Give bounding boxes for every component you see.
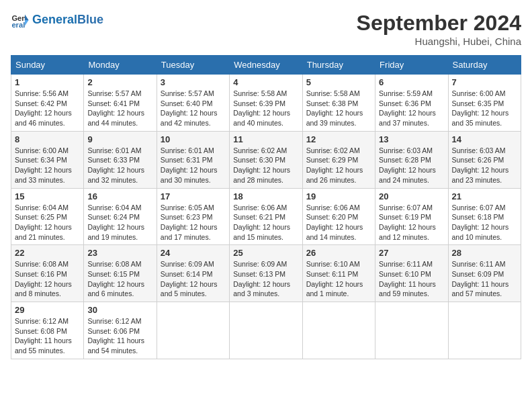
calendar-cell: 12Sunrise: 6:02 AMSunset: 6:29 PMDayligh… [302,131,375,188]
day-info: Sunrise: 6:00 AMSunset: 6:34 PMDaylight:… [15,146,80,185]
day-number: 10 [161,134,226,144]
day-number: 6 [379,77,444,87]
weekday-header-friday: Friday [375,56,448,75]
day-info: Sunrise: 5:58 AMSunset: 6:38 PMDaylight:… [306,89,371,128]
calendar-cell: 10Sunrise: 6:01 AMSunset: 6:31 PMDayligh… [157,131,229,188]
day-number: 15 [15,191,80,201]
svg-marker-2 [25,15,29,20]
day-number: 28 [452,248,517,258]
calendar-week-row: 29Sunrise: 6:12 AMSunset: 6:08 PMDayligh… [11,302,521,359]
day-number: 21 [452,191,517,201]
logo-icon: Gen eral [11,11,30,30]
calendar-cell: 21Sunrise: 6:07 AMSunset: 6:18 PMDayligh… [448,188,521,245]
day-number: 5 [306,77,371,87]
day-info: Sunrise: 6:02 AMSunset: 6:30 PMDaylight:… [233,146,298,185]
calendar-cell [230,302,302,359]
calendar-table: SundayMondayTuesdayWednesdayThursdayFrid… [11,55,521,359]
day-number: 24 [161,248,226,258]
day-number: 14 [452,134,517,144]
day-number: 19 [306,191,371,201]
day-info: Sunrise: 6:11 AMSunset: 6:10 PMDaylight:… [379,259,444,299]
svg-text:eral: eral [11,21,25,29]
calendar-cell: 26Sunrise: 6:10 AMSunset: 6:11 PMDayligh… [302,245,375,302]
calendar-cell: 7Sunrise: 6:00 AMSunset: 6:35 PMDaylight… [448,75,521,132]
day-number: 8 [15,134,80,144]
calendar-cell: 17Sunrise: 6:05 AMSunset: 6:23 PMDayligh… [157,188,229,245]
day-number: 16 [87,191,152,201]
day-number: 30 [87,305,152,315]
day-number: 1 [15,77,80,87]
day-number: 26 [306,248,371,258]
calendar-cell: 1Sunrise: 5:56 AMSunset: 6:42 PMDaylight… [11,75,84,132]
logo-text: GeneralBlue [32,13,103,27]
day-info: Sunrise: 6:11 AMSunset: 6:09 PMDaylight:… [452,259,517,299]
title-block: September 2024 Huangshi, Hubei, China [357,11,521,47]
calendar-cell: 28Sunrise: 6:11 AMSunset: 6:09 PMDayligh… [448,245,521,302]
calendar-cell: 27Sunrise: 6:11 AMSunset: 6:10 PMDayligh… [375,245,448,302]
day-info: Sunrise: 6:10 AMSunset: 6:11 PMDaylight:… [306,259,371,299]
day-info: Sunrise: 6:08 AMSunset: 6:15 PMDaylight:… [87,259,152,299]
calendar-cell: 3Sunrise: 5:57 AMSunset: 6:40 PMDaylight… [157,75,229,132]
weekday-header-monday: Monday [84,56,157,75]
weekday-header-wednesday: Wednesday [230,56,302,75]
day-number: 18 [233,191,298,201]
day-info: Sunrise: 6:01 AMSunset: 6:33 PMDaylight:… [87,146,152,185]
calendar-cell: 29Sunrise: 6:12 AMSunset: 6:08 PMDayligh… [11,302,84,359]
calendar-cell: 13Sunrise: 6:03 AMSunset: 6:28 PMDayligh… [375,131,448,188]
calendar-cell: 24Sunrise: 6:09 AMSunset: 6:14 PMDayligh… [157,245,229,302]
day-info: Sunrise: 6:02 AMSunset: 6:29 PMDaylight:… [306,146,371,185]
day-info: Sunrise: 6:07 AMSunset: 6:18 PMDaylight:… [452,203,517,242]
day-info: Sunrise: 6:08 AMSunset: 6:16 PMDaylight:… [15,259,80,299]
day-info: Sunrise: 6:03 AMSunset: 6:26 PMDaylight:… [452,146,517,185]
day-number: 17 [161,191,226,201]
day-number: 22 [15,248,80,258]
day-info: Sunrise: 6:05 AMSunset: 6:23 PMDaylight:… [161,203,226,242]
calendar-cell: 25Sunrise: 6:09 AMSunset: 6:13 PMDayligh… [230,245,302,302]
weekday-header-saturday: Saturday [448,56,521,75]
calendar-week-row: 1Sunrise: 5:56 AMSunset: 6:42 PMDaylight… [11,75,521,132]
calendar-cell: 23Sunrise: 6:08 AMSunset: 6:15 PMDayligh… [84,245,157,302]
weekday-header-sunday: Sunday [11,56,84,75]
day-info: Sunrise: 5:56 AMSunset: 6:42 PMDaylight:… [15,89,80,128]
weekday-header-thursday: Thursday [302,56,375,75]
svg-marker-3 [25,20,29,26]
day-number: 4 [233,77,298,87]
logo-blue: Blue [77,13,103,26]
calendar-cell: 16Sunrise: 6:04 AMSunset: 6:24 PMDayligh… [84,188,157,245]
day-info: Sunrise: 6:04 AMSunset: 6:24 PMDaylight:… [87,203,152,242]
day-info: Sunrise: 5:57 AMSunset: 6:40 PMDaylight:… [161,89,226,128]
calendar-cell: 2Sunrise: 5:57 AMSunset: 6:41 PMDaylight… [84,75,157,132]
calendar-cell: 20Sunrise: 6:07 AMSunset: 6:19 PMDayligh… [375,188,448,245]
day-info: Sunrise: 5:58 AMSunset: 6:39 PMDaylight:… [233,89,298,128]
calendar-cell: 8Sunrise: 6:00 AMSunset: 6:34 PMDaylight… [11,131,84,188]
day-info: Sunrise: 6:06 AMSunset: 6:21 PMDaylight:… [233,203,298,242]
calendar-week-row: 22Sunrise: 6:08 AMSunset: 6:16 PMDayligh… [11,245,521,302]
month-year: September 2024 [357,11,521,36]
day-number: 2 [87,77,152,87]
day-number: 29 [15,305,80,315]
day-info: Sunrise: 6:12 AMSunset: 6:08 PMDaylight:… [15,316,80,356]
calendar-cell: 4Sunrise: 5:58 AMSunset: 6:39 PMDaylight… [230,75,302,132]
calendar-week-row: 15Sunrise: 6:04 AMSunset: 6:25 PMDayligh… [11,188,521,245]
calendar-cell: 6Sunrise: 5:59 AMSunset: 6:36 PMDaylight… [375,75,448,132]
day-info: Sunrise: 6:03 AMSunset: 6:28 PMDaylight:… [379,146,444,185]
day-info: Sunrise: 6:06 AMSunset: 6:20 PMDaylight:… [306,203,371,242]
day-info: Sunrise: 6:01 AMSunset: 6:31 PMDaylight:… [161,146,226,185]
day-number: 27 [379,248,444,258]
logo-general: General [32,13,77,26]
day-info: Sunrise: 6:07 AMSunset: 6:19 PMDaylight:… [379,203,444,242]
calendar-cell [157,302,229,359]
day-number: 20 [379,191,444,201]
location: Huangshi, Hubei, China [357,36,521,47]
calendar-cell: 30Sunrise: 6:12 AMSunset: 6:06 PMDayligh… [84,302,157,359]
calendar-cell [302,302,375,359]
day-number: 3 [161,77,226,87]
day-info: Sunrise: 6:00 AMSunset: 6:35 PMDaylight:… [452,89,517,128]
calendar-week-row: 8Sunrise: 6:00 AMSunset: 6:34 PMDaylight… [11,131,521,188]
day-number: 7 [452,77,517,87]
weekday-header-tuesday: Tuesday [157,56,229,75]
calendar-cell: 19Sunrise: 6:06 AMSunset: 6:20 PMDayligh… [302,188,375,245]
day-info: Sunrise: 5:59 AMSunset: 6:36 PMDaylight:… [379,89,444,128]
day-info: Sunrise: 5:57 AMSunset: 6:41 PMDaylight:… [87,89,152,128]
day-number: 9 [87,134,152,144]
